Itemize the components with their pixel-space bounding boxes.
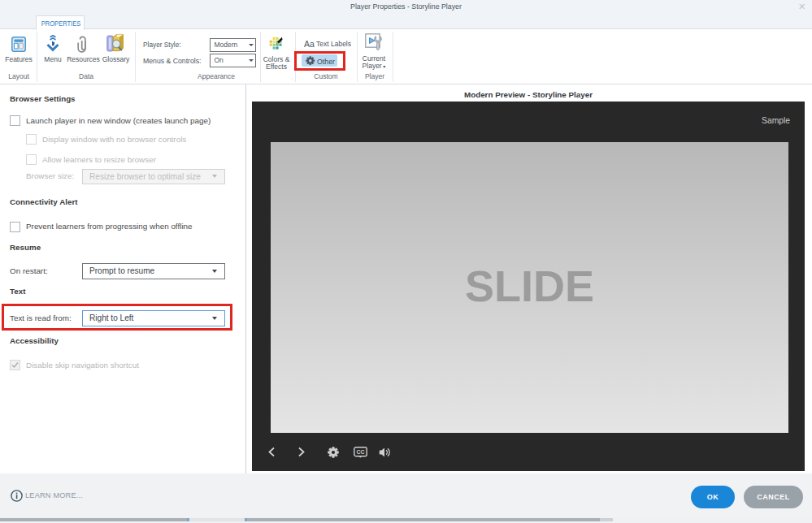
svg-text:CC: CC — [356, 449, 364, 455]
